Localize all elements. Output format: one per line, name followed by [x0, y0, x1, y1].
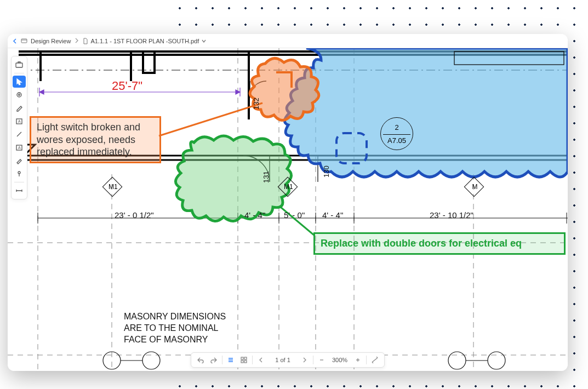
svg-point-36 [448, 352, 466, 369]
reference-bubble: 2 A7.05 [380, 117, 413, 150]
door-tag-131: 131 [262, 171, 270, 183]
svg-line-31 [159, 103, 262, 136]
masonry-note: MASONRY DIMENSIONS ARE TO THE NOMINAL FA… [124, 311, 226, 345]
breadcrumb-file[interactable]: A1.1.1 - 1ST FLOOR PLAN -SOUTH.pdf [83, 38, 207, 44]
reference-sheet: A7.05 [381, 136, 413, 145]
orange-callout[interactable]: Light switch broken and wores exposed, n… [30, 116, 161, 163]
plan-svg [8, 48, 568, 371]
pin-tool[interactable] [13, 168, 26, 180]
note-line-2: ARE TO THE NOMINAL [124, 323, 226, 334]
door-tag-130: 130 [322, 165, 330, 178]
svg-rect-41 [241, 361, 243, 363]
reference-number: 2 [381, 123, 413, 131]
svg-rect-42 [244, 361, 247, 363]
svg-text:A: A [18, 146, 21, 150]
svg-rect-1 [16, 63, 22, 67]
svg-point-3 [19, 94, 20, 96]
svg-point-8 [18, 171, 20, 174]
dimension-3: 5' - 0" [284, 210, 305, 220]
drawing-canvas[interactable]: 25'-7" 23' - 0 1/2" 4' - 4" 5' - 0" 4' -… [8, 48, 568, 371]
zoom-value[interactable]: 300% [330, 357, 350, 363]
door-tag-132: 132 [252, 98, 260, 110]
dimension-tool[interactable] [13, 185, 26, 197]
next-page-button[interactable] [300, 355, 310, 365]
back-button[interactable] [12, 38, 18, 44]
select-tool[interactable] [13, 76, 26, 88]
svg-rect-40 [244, 357, 247, 359]
tool-rail: A A [11, 56, 27, 199]
settings-tool[interactable] [13, 89, 26, 101]
pdf-viewer-window: Design Review A1.1.1 - 1ST FLOOR PLAN -S… [8, 34, 568, 371]
ruler-button[interactable] [370, 355, 380, 365]
breadcrumb-filename: A1.1.1 - 1ST FLOOR PLAN -SOUTH.pdf [90, 38, 199, 44]
svg-rect-0 [21, 39, 27, 43]
note-line-1: MASONRY DIMENSIONS [124, 311, 226, 323]
zoom-out-button[interactable] [317, 355, 327, 365]
svg-point-37 [488, 352, 505, 369]
green-callout[interactable]: Replace with double doors for electrical… [313, 232, 566, 255]
breadcrumb-section[interactable]: Design Review [31, 38, 71, 44]
divider [14, 182, 24, 182]
top-breadcrumb-bar: Design Review A1.1.1 - 1ST FLOOR PLAN -S… [8, 34, 568, 48]
dimension-2: 4' - 4" [244, 210, 265, 220]
divider [14, 73, 24, 73]
dimension-1: 23' - 0 1/2" [115, 210, 154, 220]
bottom-toolbar: 1 of 1 300% [191, 352, 385, 368]
dimension-red: 25'-7" [112, 79, 142, 93]
pen-tool[interactable] [13, 102, 26, 114]
svg-point-34 [142, 352, 160, 369]
toolbox-tool[interactable] [13, 59, 26, 71]
grid-view-button[interactable] [239, 355, 249, 365]
svg-point-2 [17, 93, 21, 97]
line-tool[interactable] [13, 128, 26, 140]
file-icon [83, 38, 88, 44]
pencil-tool[interactable] [13, 155, 26, 167]
text-box-tool[interactable]: A [13, 115, 26, 127]
list-view-button[interactable] [226, 355, 236, 365]
chevron-down-icon [201, 38, 207, 44]
undo-button[interactable] [196, 355, 205, 365]
redo-button[interactable] [209, 355, 219, 365]
dimension-5: 23' - 10 1/2" [430, 210, 473, 220]
svg-rect-39 [241, 357, 243, 359]
text-annotation-tool[interactable]: A [13, 141, 26, 153]
zoom-in-button[interactable] [353, 355, 363, 365]
page-indicator[interactable]: 1 of 1 [269, 357, 296, 363]
prev-page-button[interactable] [256, 355, 266, 365]
section-icon [21, 37, 27, 45]
svg-text:A: A [18, 119, 21, 123]
dimension-4: 4' - 4" [322, 210, 343, 220]
chevron-right-icon [74, 38, 79, 44]
note-line-3: FACE OF MASONRY [124, 334, 226, 346]
